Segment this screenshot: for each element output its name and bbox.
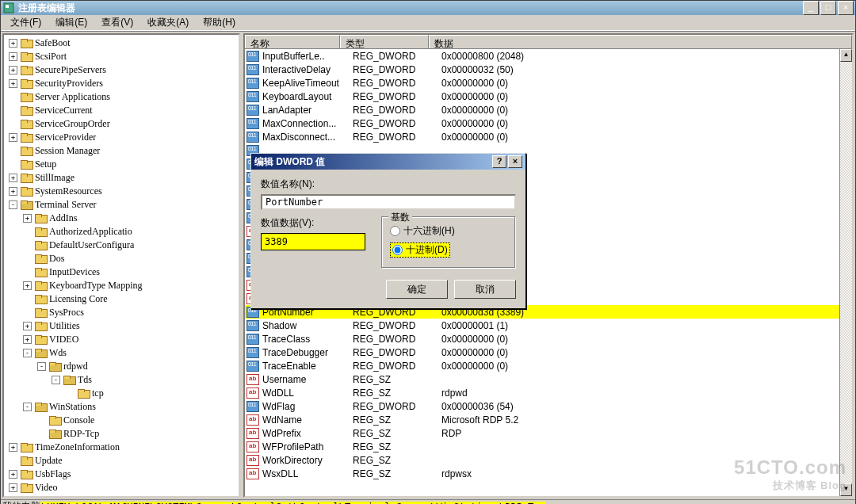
radio-hex[interactable]: 十六进制(H) [390, 224, 507, 238]
expand-icon[interactable]: + [23, 214, 32, 223]
scroll-up-button[interactable]: ▲ [840, 49, 852, 62]
radio-dec-input[interactable] [392, 245, 403, 255]
tree-node[interactable]: +UsbFlags [9, 468, 239, 481]
list-row[interactable]: TraceEnableREG_DWORD0x00000000 (0) [245, 359, 839, 372]
tree-node[interactable]: AuthorizedApplicatio [9, 225, 239, 239]
expand-icon[interactable]: - [23, 349, 32, 357]
tree-node[interactable]: Setup [9, 158, 239, 171]
value-name-input[interactable] [261, 194, 516, 210]
tree-label[interactable]: Wds [49, 346, 67, 360]
expand-icon[interactable]: - [37, 362, 46, 371]
tree-label[interactable]: Licensing Core [49, 292, 108, 306]
menu-fav[interactable]: 收藏夹(A) [141, 14, 195, 31]
tree-label[interactable]: SafeBoot [35, 36, 71, 50]
menu-edit[interactable]: 编辑(E) [49, 14, 94, 31]
expand-icon[interactable]: + [9, 470, 17, 479]
tree-node[interactable]: Server Applications [9, 90, 239, 104]
tree-node[interactable]: +SafeBoot [9, 36, 239, 50]
tree-node[interactable]: +Video [9, 481, 239, 494]
tree-label[interactable]: AddIns [49, 212, 77, 225]
tree-node[interactable]: Session Manager [9, 144, 239, 158]
tree-node[interactable]: +Utilities [9, 319, 239, 333]
tree-label[interactable]: Utilities [49, 319, 80, 333]
tree-label[interactable]: TimeZoneInformation [35, 441, 120, 454]
expand-icon[interactable]: + [9, 79, 17, 88]
list-row[interactable]: WdNameREG_SZMicrosoft RDP 5.2 [245, 413, 839, 426]
tree-pane[interactable]: +SafeBoot+ScsiPort+SecurePipeServers+Sec… [2, 33, 240, 498]
list-row[interactable]: InteractiveDelayREG_DWORD0x00000032 (50) [245, 63, 839, 76]
tree-label[interactable]: Update [35, 454, 63, 468]
list-row[interactable]: TraceDebuggerREG_DWORD0x00000000 (0) [245, 346, 839, 359]
menu-help[interactable]: 帮助(H) [197, 14, 242, 31]
tree-label[interactable]: Setup [35, 158, 56, 171]
scroll-track[interactable] [840, 62, 852, 483]
tree-label[interactable]: ServiceProvider [35, 131, 96, 144]
list-row[interactable]: ShadowREG_DWORD0x00000001 (1) [245, 319, 839, 332]
tree-label[interactable]: ServiceGroupOrder [35, 117, 110, 131]
dialog-help-button[interactable]: ? [492, 155, 506, 168]
tree-node[interactable]: RDP-Tcp [9, 427, 239, 441]
tree-label[interactable]: Console [63, 414, 94, 427]
col-header-name[interactable]: 名称 [245, 35, 340, 48]
expand-icon[interactable]: + [23, 335, 32, 344]
tree-node[interactable]: +KeyboardType Mapping [9, 279, 239, 292]
tree-label[interactable]: Server Applications [35, 90, 110, 104]
menu-file[interactable]: 文件(F) [4, 14, 48, 31]
menu-view[interactable]: 查看(V) [95, 14, 139, 31]
list-row[interactable]: WdPrefixREG_SZRDP [245, 426, 839, 440]
tree-label[interactable]: ScsiPort [35, 50, 67, 63]
expand-icon[interactable]: + [9, 187, 17, 196]
tree-label[interactable]: Tds [78, 373, 92, 387]
expand-icon[interactable]: - [23, 403, 32, 411]
tree-node[interactable]: DefaultUserConfigura [9, 239, 239, 252]
minimize-button[interactable]: _ [803, 1, 819, 15]
tree-node[interactable]: ServiceGroupOrder [9, 117, 239, 131]
scrollbar-vert[interactable]: ▲ ▼ [839, 49, 852, 496]
tree-node[interactable]: +AddIns [9, 212, 239, 225]
tree-label[interactable]: DefaultUserConfigura [49, 239, 134, 252]
tree-node[interactable]: +SecurePipeServers [9, 63, 239, 77]
value-data-input[interactable] [261, 233, 365, 250]
expand-icon[interactable]: + [9, 133, 17, 142]
ok-button[interactable]: 确定 [386, 280, 448, 299]
tree-node[interactable]: +SecurityProviders [9, 77, 239, 90]
tree-node[interactable]: ServiceCurrent [9, 104, 239, 117]
list-row[interactable]: WdFlagREG_DWORD0x00000036 (54) [245, 399, 839, 413]
tree-node[interactable]: Console [9, 414, 239, 427]
tree-label[interactable]: AuthorizedApplicatio [49, 225, 132, 239]
tree-label[interactable]: tcp [92, 387, 104, 400]
tree-label[interactable]: InputDevices [49, 265, 100, 279]
tree-node[interactable]: -Wds [9, 346, 239, 360]
tree-node[interactable]: InputDevices [9, 265, 239, 279]
tree-node[interactable]: +ScsiPort [9, 50, 239, 63]
cancel-button[interactable]: 取消 [454, 280, 516, 299]
expand-icon[interactable]: + [23, 322, 32, 330]
list-row[interactable]: MaxConnection...REG_DWORD0x00000000 (0) [245, 116, 839, 130]
tree-label[interactable]: SecurityProviders [35, 77, 103, 90]
tree-node[interactable]: -WinStations [9, 400, 239, 414]
tree-node[interactable]: +SystemResources [9, 185, 239, 198]
tree-node[interactable]: -rdpwd [9, 360, 239, 373]
close-button[interactable]: × [838, 1, 854, 15]
tree-node[interactable]: Update [9, 454, 239, 468]
expand-icon[interactable]: + [23, 281, 32, 290]
tree-label[interactable]: StillImage [35, 171, 75, 185]
tree-label[interactable]: Terminal Server [35, 198, 96, 212]
tree-label[interactable]: KeyboardType Mapping [49, 279, 142, 292]
expand-icon[interactable]: + [9, 66, 17, 74]
expand-icon[interactable]: + [9, 174, 17, 182]
list-row[interactable]: InputBufferLe..REG_DWORD0x00000800 (2048… [245, 49, 839, 63]
tree-node[interactable]: -Terminal Server [9, 198, 239, 212]
list-row[interactable]: WsxDLLREG_SZrdpwsx [245, 467, 839, 480]
tree-label[interactable]: RDP-Tcp [63, 427, 99, 441]
tree-node[interactable]: +TimeZoneInformation [9, 441, 239, 454]
titlebar[interactable]: 注册表编辑器 _ □ × [1, 1, 855, 15]
scroll-down-button[interactable]: ▼ [840, 483, 852, 496]
expand-icon[interactable]: - [52, 376, 60, 384]
radio-dec[interactable]: 十进制(D) [390, 242, 450, 258]
tree-label[interactable]: SecurePipeServers [35, 63, 106, 77]
list-row[interactable]: LanAdapterREG_DWORD0x00000000 (0) [245, 103, 839, 116]
tree-node[interactable]: Dos [9, 252, 239, 265]
tree-node[interactable]: +ServiceProvider [9, 131, 239, 144]
list-row[interactable]: MaxDisconnect...REG_DWORD0x00000000 (0) [245, 130, 839, 143]
